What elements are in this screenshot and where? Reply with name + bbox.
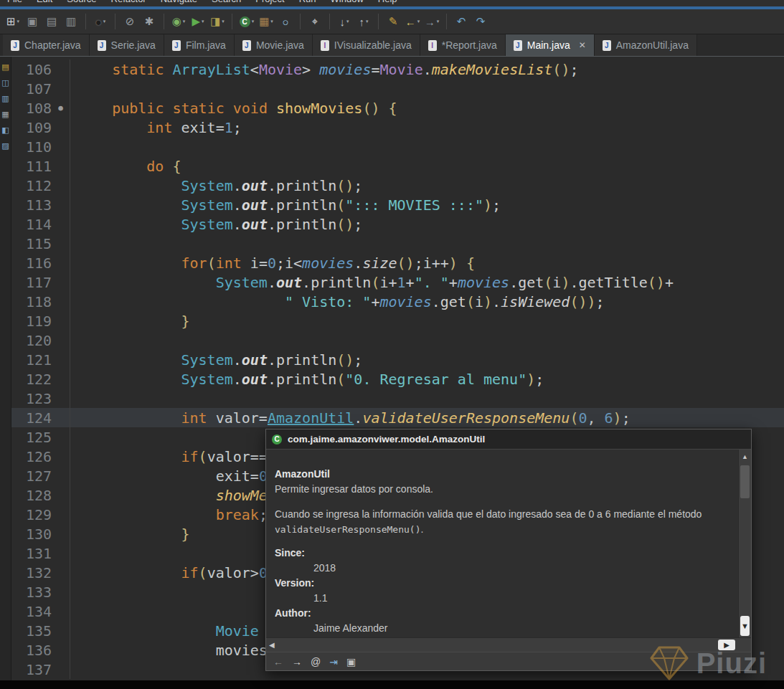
new-wizard-button[interactable]: ⊞▾ (4, 12, 22, 31)
run-button[interactable]: ▶▾ (189, 12, 207, 31)
fold-gutter[interactable] (52, 253, 70, 272)
line-number[interactable]: 135 (11, 622, 52, 640)
menu-navigate[interactable]: Navigate (161, 0, 197, 4)
line-number[interactable]: 134 (11, 603, 52, 620)
line-number[interactable]: 112 (11, 177, 52, 194)
forward-icon[interactable]: → (292, 656, 302, 667)
fold-gutter[interactable] (52, 466, 70, 485)
menu-source[interactable]: Source (67, 0, 96, 4)
search-button[interactable]: ⌖ (306, 12, 323, 31)
fold-gutter[interactable] (52, 331, 70, 350)
popup-horizontal-scrollbar[interactable]: ◀ ▶ (266, 637, 751, 652)
fold-gutter[interactable] (52, 485, 70, 505)
fold-gutter[interactable] (52, 427, 70, 447)
minimized-view-javadoc[interactable]: ▨ (1, 141, 9, 150)
line-number[interactable]: 118 (11, 293, 52, 310)
skip-breakpoints-button[interactable]: ⊘ (121, 12, 138, 31)
line-number[interactable]: 109 (11, 119, 52, 136)
line-number[interactable]: 127 (11, 467, 52, 485)
line-number[interactable]: 132 (11, 564, 52, 581)
redo-history-button[interactable]: ↷ (472, 12, 489, 31)
scroll-left-icon[interactable]: ◀ (269, 638, 275, 652)
back-button[interactable]: ←▾ (404, 12, 421, 31)
tab--report-java[interactable]: I*Report.java (420, 34, 506, 56)
tab-ivisualizable-java[interactable]: IIVisualizable.java (313, 34, 420, 56)
line-number[interactable]: 122 (11, 371, 52, 388)
line-number[interactable]: 137 (11, 661, 52, 678)
line-number[interactable]: 123 (11, 390, 52, 407)
line-number[interactable]: 130 (11, 526, 52, 543)
line-number[interactable]: 117 (11, 274, 52, 291)
scroll-right-icon[interactable]: ▶ (718, 640, 735, 650)
fold-gutter[interactable] (52, 602, 70, 621)
fold-gutter[interactable] (52, 524, 70, 543)
fold-gutter[interactable] (52, 195, 70, 214)
fold-gutter[interactable] (52, 156, 70, 176)
line-number[interactable]: 108 (11, 100, 52, 117)
fold-gutter[interactable] (52, 272, 70, 292)
line-number[interactable]: 128 (11, 487, 52, 504)
line-number[interactable]: 133 (11, 584, 52, 601)
line-number[interactable]: 114 (11, 216, 52, 233)
popup-vertical-scrollbar[interactable]: ▲ ▼ (738, 450, 751, 637)
line-number[interactable]: 119 (11, 313, 52, 330)
tab-film-java[interactable]: JFilm.java (164, 34, 235, 56)
menu-window[interactable]: Window (331, 0, 364, 4)
menu-search[interactable]: Search (212, 0, 241, 4)
last-edit-location-button[interactable]: ✎ (384, 12, 402, 31)
print-button[interactable]: ▥ (62, 12, 80, 31)
line-number[interactable]: 121 (11, 351, 52, 369)
fold-gutter[interactable] (52, 389, 70, 408)
line-number[interactable]: 115 (11, 235, 52, 252)
line-number[interactable]: 125 (11, 429, 52, 446)
coverage-button[interactable]: ◨▾ (209, 12, 226, 31)
fold-gutter[interactable] (52, 60, 70, 79)
fold-gutter[interactable] (52, 214, 70, 234)
minimized-view-package-explorer[interactable]: ▤ (1, 62, 9, 71)
fold-gutter[interactable] (52, 369, 70, 389)
open-in-browser-icon[interactable]: ▣ (346, 656, 356, 667)
line-number[interactable]: 120 (11, 332, 52, 349)
fold-gutter[interactable] (52, 621, 70, 640)
minimized-view-console[interactable]: ◧ (1, 125, 9, 134)
prev-annotation-button[interactable]: ↑▾ (355, 12, 372, 31)
open-type-button[interactable]: ○ (277, 12, 294, 31)
line-number[interactable]: 129 (11, 506, 52, 523)
save-all-button[interactable]: ▤ (43, 12, 60, 31)
line-number[interactable]: 126 (11, 448, 52, 465)
launch-record-button[interactable]: ●▾ (92, 12, 109, 31)
line-number[interactable]: 113 (11, 196, 52, 214)
close-tab-icon[interactable]: ✕ (579, 40, 586, 50)
tab-movie-java[interactable]: JMovie.java (235, 34, 313, 56)
undo-history-button[interactable]: ↶ (453, 12, 470, 31)
new-java-class-button[interactable]: C▾ (238, 12, 255, 31)
new-package-button[interactable]: ▦▾ (258, 12, 275, 31)
fold-marker-icon[interactable]: ● (52, 98, 70, 118)
fold-gutter[interactable] (52, 234, 70, 253)
save-button[interactable]: ▣ (24, 12, 41, 31)
fold-gutter[interactable] (52, 640, 70, 660)
menu-project[interactable]: Project (255, 0, 284, 4)
fold-gutter[interactable] (52, 563, 70, 582)
amazonutil-hover-link[interactable]: AmazonUtil (268, 409, 354, 427)
fold-gutter[interactable] (52, 505, 70, 524)
build-button[interactable]: ✱ (141, 12, 158, 31)
minimized-view-outline[interactable]: ▥ (1, 94, 9, 103)
fold-gutter[interactable] (52, 543, 70, 563)
fold-gutter[interactable] (52, 311, 70, 331)
fold-gutter[interactable] (52, 408, 70, 427)
tab-main-java[interactable]: JMain.java✕ (506, 34, 595, 56)
tab-amazonutil-java[interactable]: JAmazonUtil.java (595, 34, 697, 56)
menu-edit[interactable]: Edit (37, 0, 52, 4)
fold-gutter[interactable] (52, 176, 70, 195)
vertical-scroll-thumb[interactable] (740, 465, 750, 498)
back-icon[interactable]: ← (273, 656, 283, 667)
menu-file[interactable]: File (7, 0, 22, 4)
forward-button[interactable]: →▾ (423, 12, 440, 31)
fold-gutter[interactable] (52, 447, 70, 466)
line-number[interactable]: 106 (11, 61, 52, 78)
minimized-view-tasks[interactable]: ▦ (1, 110, 9, 118)
fold-gutter[interactable] (52, 582, 70, 602)
menu-run[interactable]: Run (299, 0, 316, 4)
debug-button[interactable]: ◉▾ (170, 12, 187, 31)
